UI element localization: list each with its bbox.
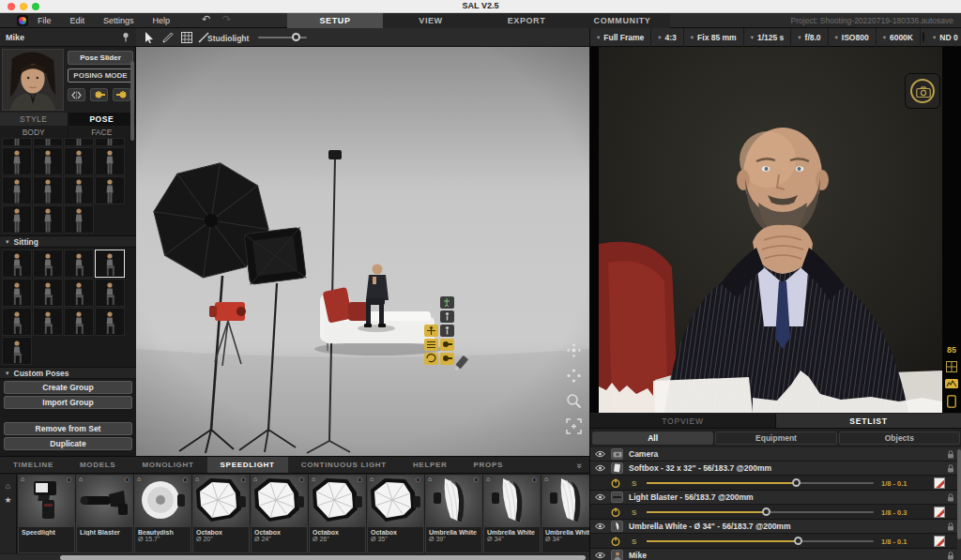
pose-thumbnail[interactable] xyxy=(2,176,32,204)
filter-objects[interactable]: Objects xyxy=(839,431,960,445)
tab-topview[interactable]: TOPVIEW xyxy=(590,414,776,429)
menu-item-edit[interactable]: Edit xyxy=(70,16,85,25)
visibility-eye-icon[interactable] xyxy=(595,522,605,530)
lock-icon[interactable] xyxy=(947,464,954,473)
tab-face[interactable]: FACE xyxy=(69,126,137,138)
gel-filter-icon[interactable] xyxy=(934,507,945,518)
pose-thumbnail[interactable] xyxy=(2,337,32,365)
power-toggle-icon[interactable] xyxy=(611,478,620,488)
equipment-card-octabox[interactable]: ⌂★OctaboxØ 35" xyxy=(367,475,424,553)
lock-icon[interactable] xyxy=(947,493,954,502)
camera-setting-iso800[interactable]: ▾ISO800 xyxy=(829,28,877,47)
favorite-star-icon[interactable]: ★ xyxy=(531,476,538,484)
camera-setting-nd-0[interactable]: ▾ND 0 xyxy=(926,28,961,47)
favorite-star-icon[interactable]: ★ xyxy=(415,476,421,484)
pose-thumbnail[interactable] xyxy=(64,176,94,204)
pose-thumbnail[interactable] xyxy=(33,308,63,336)
visibility-eye-icon[interactable] xyxy=(595,464,605,472)
create-group-button[interactable]: Create Group xyxy=(4,381,132,394)
lock-icon[interactable] xyxy=(947,450,954,459)
pose-thumbnail[interactable] xyxy=(2,250,32,278)
equipment-card-octabox[interactable]: ⌂★OctaboxØ 20" xyxy=(192,475,250,553)
tab-monolight[interactable]: MONOLIGHT xyxy=(129,457,206,473)
equipment-scrollbar-track[interactable] xyxy=(0,554,589,560)
camera-setting-1-125-s[interactable]: ▾1/125 s xyxy=(744,28,792,47)
power-toggle-icon[interactable] xyxy=(611,537,620,546)
gel-filter-icon[interactable] xyxy=(934,536,945,547)
setlist-scrollbar[interactable] xyxy=(957,447,961,560)
tab-body[interactable]: BODY xyxy=(0,126,69,138)
equipment-card-octabox[interactable]: ⌂★OctaboxØ 26" xyxy=(309,475,366,553)
pose-list-scrollbar[interactable] xyxy=(130,61,134,141)
tab-setlist[interactable]: SETLIST xyxy=(776,414,961,429)
tab-setup[interactable]: SETUP xyxy=(287,13,383,28)
histogram-toggle-icon[interactable] xyxy=(945,379,958,388)
filter-equipment[interactable]: Equipment xyxy=(715,431,836,445)
favorite-star-icon[interactable]: ★ xyxy=(124,476,130,484)
power-slider[interactable] xyxy=(647,482,874,484)
menu-item-help[interactable]: Help xyxy=(153,16,171,25)
visibility-eye-icon[interactable] xyxy=(595,450,605,458)
power-slider-knob[interactable] xyxy=(762,507,770,516)
camera-setting-6000k[interactable]: ▾6000K xyxy=(877,28,921,47)
tab-view[interactable]: VIEW xyxy=(383,13,479,28)
take-photo-button[interactable] xyxy=(905,73,940,109)
tab-speedlight[interactable]: SPEEDLIGHT xyxy=(207,457,288,473)
orientation-icon[interactable] xyxy=(947,395,956,408)
equipment-card-light-blaster[interactable]: ⌂★Light Blaster xyxy=(76,475,133,553)
equipment-card-beautydish[interactable]: ⌂★BeautydishØ 15.7" xyxy=(134,475,191,553)
favorites-filter-icon[interactable]: ★ xyxy=(4,496,11,505)
hand-pose-right-icon[interactable] xyxy=(113,88,130,101)
lock-icon[interactable] xyxy=(947,552,954,560)
move-icon[interactable] xyxy=(566,368,582,384)
frame-focus-icon[interactable] xyxy=(566,418,582,434)
tab-pose[interactable]: POSE xyxy=(69,113,137,126)
pose-thumbnail[interactable] xyxy=(33,279,63,307)
pose-thumbnail[interactable] xyxy=(33,176,63,204)
tab-style[interactable]: STYLE xyxy=(0,113,69,126)
pose-thumbnail[interactable] xyxy=(2,147,32,175)
pose-thumbnail[interactable] xyxy=(95,147,125,175)
equipment-card-speedlight[interactable]: ⌂★Speedlight xyxy=(18,475,75,553)
zoom-icon[interactable] xyxy=(566,393,582,409)
pose-thumbnail[interactable] xyxy=(64,308,94,336)
pin-icon[interactable] xyxy=(121,32,130,42)
collapse-panel-icon[interactable]: » xyxy=(575,463,586,467)
favorite-star-icon[interactable]: ★ xyxy=(182,476,189,484)
setlist-row[interactable]: Camera xyxy=(590,447,958,462)
tab-helper[interactable]: HELPER xyxy=(400,457,461,473)
select-tool-icon[interactable] xyxy=(142,31,157,44)
setlist-row[interactable]: Umbrella White - Ø 34" - 56/183.7 @200mm xyxy=(590,520,958,534)
setlist-row[interactable]: Light Blaster - 56/183.7 @200mm xyxy=(590,491,958,505)
mirror-pose-icon[interactable] xyxy=(68,88,85,101)
pose-thumbnail[interactable] xyxy=(64,138,94,146)
tab-timeline[interactable]: TIMELINE xyxy=(0,457,67,473)
favorite-star-icon[interactable]: ★ xyxy=(357,476,363,484)
pose-thumbnail[interactable] xyxy=(2,279,32,307)
studio-scene[interactable] xyxy=(136,47,589,456)
power-slider[interactable] xyxy=(647,511,874,513)
pose-thumbnail[interactable] xyxy=(95,176,125,204)
equipment-card-umbrella-white[interactable]: ⌂★Umbrella WhiteØ 39" xyxy=(425,475,482,553)
favorite-star-icon[interactable]: ★ xyxy=(473,476,480,484)
camera-setting-full-frame[interactable]: ▾Full Frame xyxy=(590,28,651,47)
favorite-star-icon[interactable]: ★ xyxy=(298,476,305,484)
equipment-scrollbar-thumb[interactable] xyxy=(60,555,586,560)
pose-thumbnail[interactable] xyxy=(64,147,94,175)
camera-preview[interactable] xyxy=(590,47,961,413)
pencil-tool-icon[interactable] xyxy=(160,31,175,44)
pose-thumbnail[interactable] xyxy=(33,138,63,146)
camera-setting-f-8-0[interactable]: ▾f/8.0 xyxy=(791,28,828,47)
pose-slider-button[interactable]: Pose Slider xyxy=(68,51,133,65)
filter-all[interactable]: All xyxy=(592,431,713,445)
pose-thumbnail[interactable] xyxy=(33,250,63,278)
tab-community[interactable]: COMMUNITY xyxy=(574,13,670,28)
pose-thumbnail[interactable] xyxy=(64,279,94,307)
pose-thumbnail[interactable] xyxy=(95,279,125,307)
equipment-card-umbrella-white[interactable]: ⌂★Umbrella WhiteØ 34" xyxy=(483,475,541,553)
setlist-row[interactable]: Mike xyxy=(590,549,958,560)
pose-thumbnail[interactable] xyxy=(2,308,32,336)
lock-icon[interactable] xyxy=(947,522,954,531)
pose-thumbnail[interactable] xyxy=(2,205,32,234)
undo-icon[interactable]: ↶ xyxy=(202,13,210,25)
